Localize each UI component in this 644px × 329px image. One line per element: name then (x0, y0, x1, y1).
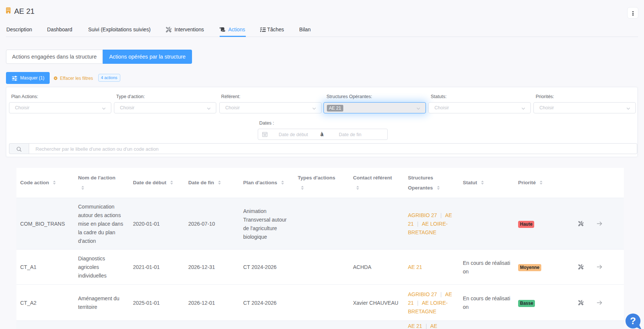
svg-text:?: ? (630, 315, 636, 326)
